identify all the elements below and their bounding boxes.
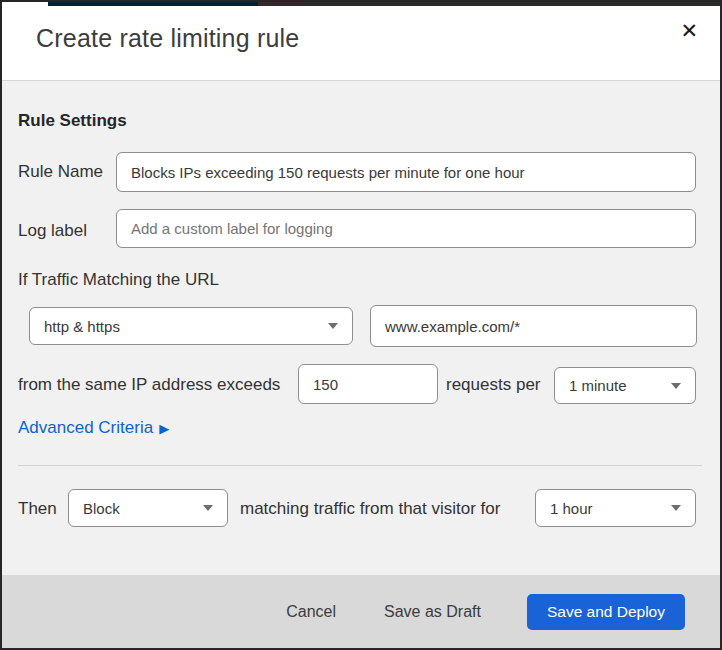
background-sliver-maroon (258, 2, 304, 6)
requests-per-text: requests per (446, 375, 541, 395)
traffic-matching-text: If Traffic Matching the URL (18, 270, 219, 290)
exceeds-text: from the same IP address exceeds (18, 375, 280, 395)
then-label: Then (18, 499, 57, 519)
close-icon[interactable]: ✕ (676, 16, 702, 45)
log-label-input[interactable] (116, 209, 696, 248)
log-label-label: Log label (18, 221, 87, 241)
chevron-down-icon (671, 505, 681, 511)
section-divider (18, 465, 702, 466)
cancel-button[interactable]: Cancel (284, 597, 338, 627)
rule-settings-heading: Rule Settings (18, 111, 127, 131)
request-count-input[interactable] (298, 364, 438, 404)
chevron-down-icon (671, 383, 681, 389)
modal-header: Create rate limiting rule ✕ (2, 2, 720, 81)
action-select-value: Block (83, 500, 120, 517)
save-and-deploy-button[interactable]: Save and Deploy (527, 594, 685, 630)
modal-footer: Cancel Save as Draft Save and Deploy (2, 575, 720, 648)
period-select[interactable]: 1 minute (554, 367, 696, 404)
url-input[interactable] (370, 305, 697, 347)
chevron-down-icon (328, 323, 338, 329)
matching-text: matching traffic from that visitor for (240, 499, 500, 519)
period-select-value: 1 minute (569, 377, 627, 394)
save-as-draft-button[interactable]: Save as Draft (382, 597, 483, 627)
modal-title: Create rate limiting rule (36, 24, 299, 53)
arrow-right-icon: ▶ (159, 422, 169, 435)
chevron-down-icon (203, 505, 213, 511)
rate-limit-modal: Create rate limiting rule ✕ Rule Setting… (0, 0, 722, 650)
background-page-sliver (2, 2, 720, 6)
background-sliver-navy (48, 2, 258, 6)
duration-select-value: 1 hour (550, 500, 593, 517)
background-sliver-dark (304, 2, 720, 6)
scheme-select[interactable]: http & https (29, 307, 353, 345)
advanced-criteria-link[interactable]: Advanced Criteria ▶ (18, 418, 169, 438)
action-select[interactable]: Block (68, 489, 228, 527)
rule-name-label: Rule Name (18, 162, 103, 182)
scheme-select-value: http & https (44, 318, 120, 335)
advanced-criteria-label: Advanced Criteria (18, 418, 153, 438)
duration-select[interactable]: 1 hour (535, 489, 696, 527)
modal-body: Rule Settings Rule Name Log label If Tra… (2, 81, 720, 575)
rule-name-input[interactable] (116, 152, 696, 192)
